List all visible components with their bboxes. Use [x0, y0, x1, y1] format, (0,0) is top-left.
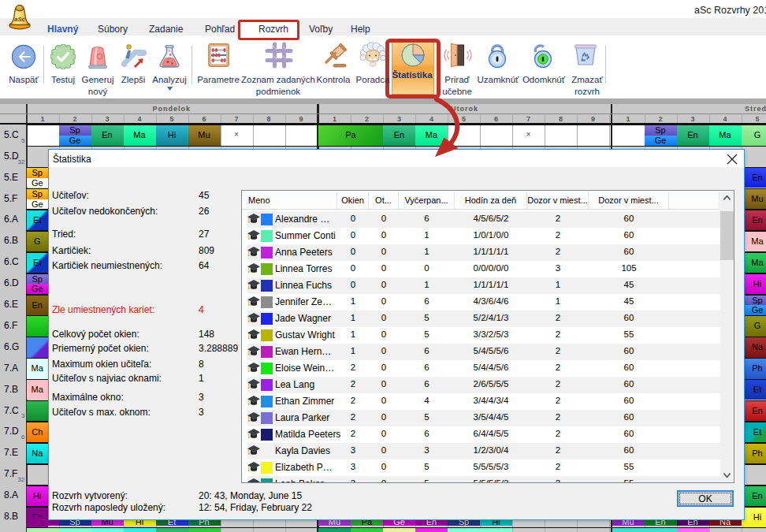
svg-text:aSc: aSc [14, 16, 25, 23]
